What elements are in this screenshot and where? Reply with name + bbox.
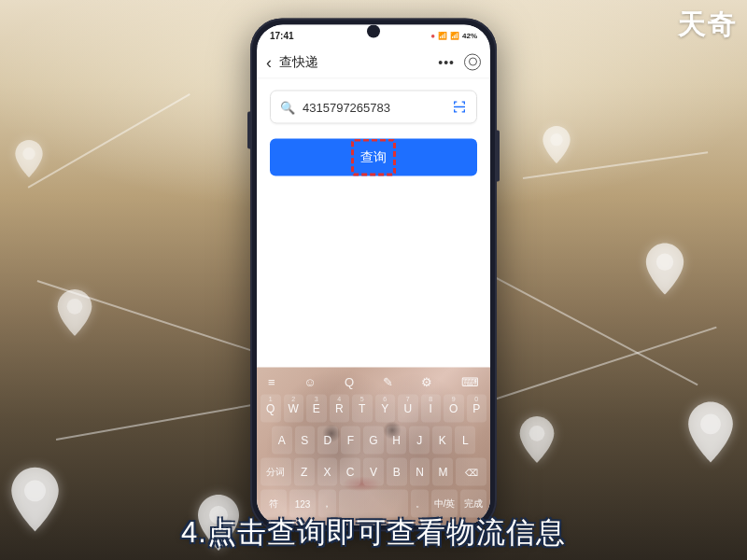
more-button[interactable]: ••• <box>438 54 455 69</box>
key-u[interactable]: 7U <box>398 395 418 423</box>
kbd-settings-icon[interactable]: ⚙ <box>421 375 432 389</box>
key-delete[interactable]: ⌫ <box>456 458 486 486</box>
svg-point-0 <box>22 147 35 160</box>
svg-point-6 <box>700 414 721 435</box>
query-button-label: 查询 <box>360 149 387 166</box>
battery-text: 42% <box>462 31 477 39</box>
tracking-number-value: 4315797265783 <box>303 100 444 114</box>
svg-point-5 <box>656 254 673 271</box>
key-w[interactable]: 2W <box>284 395 304 423</box>
back-button[interactable]: ‹ <box>266 53 272 70</box>
status-icons: ● 📶 📶 42% <box>430 31 477 39</box>
key-v[interactable]: V <box>363 458 384 486</box>
scan-icon[interactable] <box>452 100 467 115</box>
key-j[interactable]: J <box>409 427 430 455</box>
key-n[interactable]: N <box>410 458 430 486</box>
status-time: 17:41 <box>270 30 294 40</box>
key-s[interactable]: S <box>295 427 316 455</box>
keyboard-row-2: ASDFGHJKL <box>261 427 486 455</box>
key-e[interactable]: 3E <box>306 395 327 423</box>
key-x[interactable]: X <box>317 458 338 486</box>
keyboard-row-1: 1Q2W3E4R5T6Y7U8I9O0P <box>261 395 486 423</box>
query-button[interactable]: 查询 <box>270 139 477 176</box>
key-b[interactable]: B <box>387 458 407 486</box>
key-c[interactable]: C <box>340 458 360 486</box>
key-a[interactable]: A <box>272 427 292 455</box>
keyboard-row-3: 分词ZXCVBNM⌫ <box>261 458 486 486</box>
camera-notch <box>367 25 380 38</box>
key-k[interactable]: K <box>432 427 453 455</box>
svg-point-4 <box>550 133 562 146</box>
tutorial-caption: 4.点击查询即可查看物流信息 <box>181 513 566 553</box>
kbd-menu-icon[interactable]: ≡ <box>268 375 275 389</box>
svg-point-7 <box>529 426 545 441</box>
watermark-logo: 天奇 <box>678 6 738 44</box>
keyboard-toolbar: ≡ ☺ Q ✎ ⚙ ⌨ <box>261 373 486 395</box>
key-y[interactable]: 6Y <box>375 395 396 423</box>
key-i[interactable]: 8I <box>421 395 442 423</box>
page-title: 查快递 <box>279 53 430 70</box>
key-g[interactable]: G <box>363 427 384 455</box>
key-l[interactable]: L <box>455 427 475 455</box>
key-q[interactable]: 1Q <box>261 395 281 423</box>
close-button[interactable] <box>464 53 481 70</box>
kbd-q-icon[interactable]: Q <box>345 375 354 389</box>
search-icon: 🔍 <box>280 100 295 114</box>
status-bar: 17:41 ● 📶 📶 42% <box>257 25 490 46</box>
key-z[interactable]: Z <box>294 458 315 486</box>
kbd-collapse-icon[interactable]: ⌨ <box>461 375 479 389</box>
key-t[interactable]: 5T <box>352 395 373 423</box>
svg-point-1 <box>67 299 83 315</box>
key-m[interactable]: M <box>432 458 453 486</box>
key-f[interactable]: F <box>341 427 361 455</box>
key-shift[interactable]: 分词 <box>261 458 291 486</box>
nav-bar: ‹ 查快递 ••• <box>257 46 490 79</box>
wifi-icon: 📶 <box>450 31 459 39</box>
kbd-edit-icon[interactable]: ✎ <box>383 375 393 389</box>
soft-keyboard: ≡ ☺ Q ✎ ⚙ ⌨ 1Q2W3E4R5T6Y7U8I9O0P ASDFGHJ… <box>257 368 490 525</box>
recording-icon: ● <box>430 31 435 39</box>
key-d[interactable]: D <box>317 427 338 455</box>
tracking-input[interactable]: 🔍 4315797265783 <box>270 91 477 124</box>
key-o[interactable]: 9O <box>444 395 464 423</box>
phone-frame: 17:41 ● 📶 📶 42% ‹ 查快递 ••• 🔍 431579726578… <box>250 19 497 532</box>
svg-point-2 <box>24 480 46 501</box>
phone-screen: 17:41 ● 📶 📶 42% ‹ 查快递 ••• 🔍 431579726578… <box>257 25 490 525</box>
signal-icon: 📶 <box>438 31 447 39</box>
key-r[interactable]: 4R <box>330 395 350 423</box>
content-area: 🔍 4315797265783 查询 <box>257 79 490 368</box>
kbd-emoji-icon[interactable]: ☺ <box>303 375 316 389</box>
key-h[interactable]: H <box>387 427 407 455</box>
key-p[interactable]: 0P <box>467 395 487 423</box>
